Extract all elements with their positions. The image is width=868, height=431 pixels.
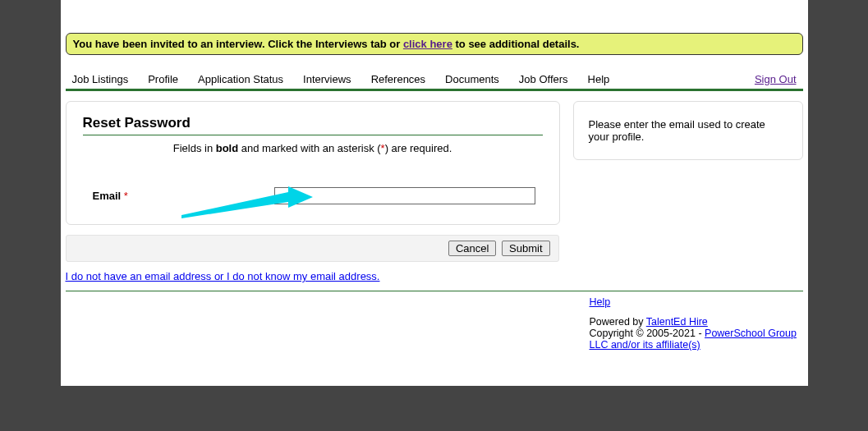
tab-application-status[interactable]: Application Status bbox=[198, 73, 283, 85]
email-required-mark: * bbox=[124, 190, 128, 202]
submit-button[interactable]: Submit bbox=[502, 241, 549, 256]
no-email-link[interactable]: I do not have an email address or I do n… bbox=[66, 270, 380, 282]
tab-job-offers[interactable]: Job Offers bbox=[519, 73, 568, 85]
tab-interviews[interactable]: Interviews bbox=[303, 73, 351, 85]
title-underline bbox=[83, 135, 543, 135]
notice-click-here-link[interactable]: click here bbox=[403, 38, 452, 50]
footer-left bbox=[66, 296, 590, 351]
content-row: Reset Password Fields in bold and marked… bbox=[66, 101, 803, 225]
tab-documents[interactable]: Documents bbox=[445, 73, 499, 85]
tab-references[interactable]: References bbox=[371, 73, 425, 85]
email-field[interactable] bbox=[274, 187, 535, 204]
notice-text-suffix: to see additional details. bbox=[452, 38, 580, 50]
page-container: You have been invited to an interview. C… bbox=[61, 0, 808, 386]
email-label-text: Email bbox=[93, 190, 122, 202]
button-bar: Cancel Submit bbox=[66, 235, 559, 262]
powered-link[interactable]: TalentEd Hire bbox=[646, 316, 708, 328]
page-title: Reset Password bbox=[83, 115, 543, 131]
email-row: Email * bbox=[83, 187, 543, 204]
sign-out-link[interactable]: Sign Out bbox=[755, 73, 797, 85]
interview-notice: You have been invited to an interview. C… bbox=[66, 33, 803, 55]
footer-help-link[interactable]: Help bbox=[590, 296, 611, 308]
nav-tabs: Job Listings Profile Application Status … bbox=[72, 73, 610, 85]
cancel-button[interactable]: Cancel bbox=[448, 241, 496, 256]
instruction-suffix: ) are required. bbox=[385, 142, 452, 154]
copyright-prefix: Copyright © 2005-2021 - bbox=[590, 328, 705, 339]
tab-help[interactable]: Help bbox=[588, 73, 610, 85]
no-email-row: I do not have an email address or I do n… bbox=[66, 270, 803, 282]
tab-profile[interactable]: Profile bbox=[148, 73, 178, 85]
required-instruction: Fields in bold and marked with an asteri… bbox=[83, 142, 543, 154]
footer-right: Help Powered by TalentEd Hire Copyright … bbox=[590, 296, 803, 351]
side-panel-text: Please enter the email used to create yo… bbox=[589, 118, 765, 143]
email-label: Email * bbox=[83, 190, 264, 202]
footer: Help Powered by TalentEd Hire Copyright … bbox=[66, 296, 803, 351]
reset-password-panel: Reset Password Fields in bold and marked… bbox=[66, 101, 560, 225]
side-panel: Please enter the email used to create yo… bbox=[573, 101, 803, 160]
powered-prefix: Powered by bbox=[590, 316, 646, 328]
footer-divider bbox=[66, 291, 803, 291]
tab-job-listings[interactable]: Job Listings bbox=[72, 73, 129, 85]
instruction-bold: bold bbox=[216, 142, 238, 154]
instruction-prefix: Fields in bbox=[173, 142, 216, 154]
nav-bar: Job Listings Profile Application Status … bbox=[66, 73, 803, 91]
instruction-mid: and marked with an asterisk ( bbox=[238, 142, 380, 154]
notice-text-prefix: You have been invited to an interview. C… bbox=[73, 38, 403, 50]
